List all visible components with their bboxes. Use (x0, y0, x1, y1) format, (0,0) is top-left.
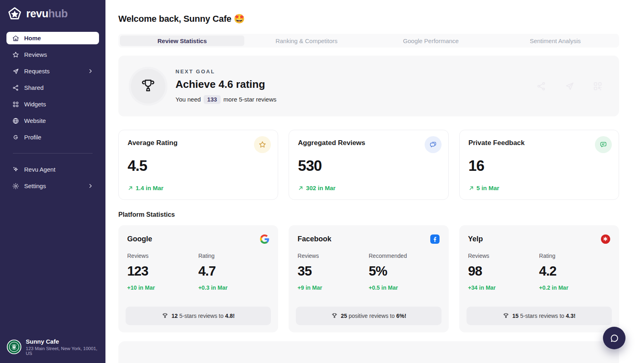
sidebar-item-website[interactable]: Website (6, 114, 99, 127)
average-rating-card: Average Rating 4.5 1.4 in Mar (118, 130, 278, 200)
business-avatar (6, 339, 22, 355)
chat-bubble-icon (609, 333, 619, 343)
trend-up-icon (128, 185, 133, 191)
tab-bar: Review Statistics Ranking & Competitors … (118, 34, 619, 48)
chevron-right-icon (87, 183, 93, 189)
comment-icon (599, 141, 607, 149)
page-title: Welcome back, Sunny Cafe 🤩 (118, 14, 619, 24)
metric-delta: +34 in Mar (468, 284, 539, 291)
metric-value: 4.2 (539, 263, 610, 279)
yelp-goal-pill[interactable]: 15 5-stars reviews to 4.3! (466, 307, 612, 325)
private-feedback-card: Private Feedback 16 5 in Mar (459, 130, 619, 200)
yelp-logo-icon (601, 234, 610, 244)
google-card: Google Reviews 123 +10 in Mar Rating 4.7… (118, 225, 278, 332)
star-icon (258, 141, 266, 149)
sidebar-item-home[interactable]: Home (6, 32, 99, 44)
sidebar-item-widgets[interactable]: Widgets (6, 98, 99, 110)
profile-g-icon (12, 134, 19, 141)
star-chip (254, 136, 271, 153)
revuhub-logo-icon (7, 6, 22, 21)
metric-label: Rating (539, 253, 610, 259)
account-switcher[interactable]: Sunny Cafe 123 Main Street, New York, 10… (6, 338, 99, 356)
metric-delta: +9 in Mar (297, 284, 369, 291)
card-value: 4.5 (128, 158, 269, 174)
metric-delta: +0.3 in Mar (198, 284, 270, 291)
tab-google-performance[interactable]: Google Performance (369, 35, 493, 46)
metric-value: 4.7 (198, 263, 270, 279)
metric-label: Rating (198, 253, 270, 259)
sidebar-item-revu-agent[interactable]: Revu Agent (6, 163, 99, 176)
chat-fab-button[interactable] (603, 327, 625, 349)
share-icon (12, 84, 19, 91)
sidebar-item-shared[interactable]: Shared (6, 81, 99, 94)
metric-delta: +10 in Mar (127, 284, 198, 291)
metric-value: 123 (127, 263, 198, 279)
chat-bubbles-icon (429, 141, 437, 149)
trophy-icon (162, 313, 168, 319)
goal-actions (536, 81, 603, 91)
sidebar-item-reviews[interactable]: Reviews (6, 48, 99, 61)
tab-sentiment-analysis[interactable]: Sentiment Analysis (493, 35, 617, 46)
next-section-card (118, 341, 619, 363)
brand-name: revuhub (26, 8, 68, 20)
metric-delta: +0.2 in Mar (539, 284, 610, 291)
platform-statistics-heading: Platform Statistics (118, 211, 619, 218)
platform-name: Yelp (468, 235, 483, 243)
card-value: 530 (298, 158, 439, 174)
card-title: Average Rating (128, 139, 269, 147)
sidebar-item-settings[interactable]: Settings (6, 180, 99, 192)
trophy-badge (129, 67, 167, 106)
trophy-icon (140, 78, 157, 95)
facebook-goal-pill[interactable]: 25 positive reviews to 6%! (296, 307, 441, 325)
chat-chip (425, 136, 442, 153)
card-delta: 302 in Mar (298, 185, 439, 191)
facebook-card: Facebook Reviews 35 +9 in Mar Recommende… (289, 225, 448, 332)
next-goal-need: You need 133 more 5-star reviews (175, 95, 277, 104)
next-goal-title: Achieve 4.6 rating (175, 78, 277, 91)
card-value: 16 (469, 158, 610, 174)
widgets-icon (12, 101, 19, 108)
logo[interactable]: revuhub (0, 0, 105, 21)
google-logo-icon (260, 234, 269, 244)
metric-label: Reviews (468, 253, 539, 259)
platform-name: Google (127, 235, 152, 243)
send-icon (12, 68, 19, 75)
aggregated-reviews-card: Aggregated Reviews 530 302 in Mar (289, 130, 448, 200)
share-icon[interactable] (536, 81, 547, 91)
qr-code-icon[interactable] (592, 81, 603, 91)
main-content: Welcome back, Sunny Cafe 🤩 Review Statis… (105, 0, 644, 363)
account-name: Sunny Cafe (26, 338, 99, 345)
reviews-needed-badge: 133 (204, 95, 221, 104)
comment-chip (595, 136, 612, 153)
gear-icon (12, 183, 19, 190)
send-icon[interactable] (564, 81, 575, 91)
card-delta: 5 in Mar (469, 185, 610, 191)
globe-icon (12, 117, 19, 124)
facebook-logo-icon (430, 234, 440, 244)
sidebar: revuhub Home Reviews Requests Shared Wid… (0, 0, 105, 363)
metric-value: 5% (369, 263, 440, 279)
card-delta: 1.4 in Mar (128, 185, 269, 191)
next-goal-card: NEXT GOAL Achieve 4.6 rating You need 13… (118, 56, 619, 116)
trophy-icon (503, 313, 509, 319)
metric-value: 35 (297, 263, 369, 279)
tab-review-statistics[interactable]: Review Statistics (120, 35, 244, 46)
platform-name: Facebook (297, 235, 331, 243)
sidebar-item-profile[interactable]: Profile (6, 131, 99, 143)
tab-ranking-competitors[interactable]: Ranking & Competitors (244, 35, 369, 46)
sidebar-nav: Home Reviews Requests Shared Widgets Web… (0, 32, 105, 192)
metric-label: Recommended (369, 253, 440, 259)
trend-up-icon (469, 185, 474, 191)
metric-delta: +0.5 in Mar (369, 284, 440, 291)
home-icon (12, 35, 19, 42)
card-title: Aggregated Reviews (298, 139, 439, 147)
star-icon (12, 51, 19, 58)
trend-up-icon (298, 185, 303, 191)
sidebar-divider (13, 153, 93, 153)
google-goal-pill[interactable]: 12 5-stars reviews to 4.8! (126, 307, 271, 325)
metric-label: Reviews (127, 253, 198, 259)
sidebar-item-requests[interactable]: Requests (6, 65, 99, 77)
stat-cards-row: Average Rating 4.5 1.4 in Mar Aggregated… (118, 130, 619, 200)
platform-cards-row: Google Reviews 123 +10 in Mar Rating 4.7… (118, 225, 619, 332)
next-goal-eyebrow: NEXT GOAL (175, 68, 277, 75)
